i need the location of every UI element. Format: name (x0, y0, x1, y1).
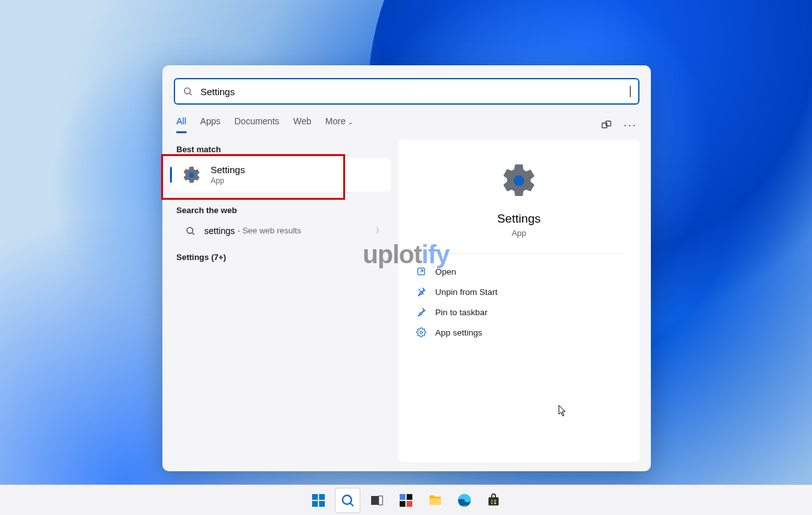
taskbar-taskview-button[interactable] (364, 488, 390, 513)
svg-line-15 (350, 503, 353, 506)
action-label: Pin to taskbar (435, 308, 488, 317)
section-settings-more: Settings (7+) (174, 247, 391, 266)
svg-rect-26 (491, 502, 493, 504)
svg-point-5 (187, 227, 193, 233)
web-result-suffix: - See web results (237, 226, 301, 235)
section-search-web: Search the web (174, 200, 391, 219)
svg-rect-13 (319, 501, 325, 507)
svg-rect-10 (312, 494, 318, 500)
search-icon (340, 493, 355, 508)
svg-line-1 (190, 93, 192, 95)
svg-rect-18 (400, 494, 405, 500)
share-icon[interactable] (601, 119, 612, 131)
svg-point-4 (189, 172, 195, 178)
svg-rect-20 (400, 501, 405, 507)
start-button[interactable] (306, 488, 331, 513)
tab-apps[interactable]: Apps (200, 116, 221, 133)
best-match-subtitle: App (211, 176, 245, 185)
search-input[interactable] (200, 86, 634, 97)
taskbar-explorer-button[interactable] (422, 488, 448, 513)
action-app-settings[interactable]: App settings (412, 322, 625, 342)
tab-more[interactable]: More⌄ (325, 116, 353, 133)
action-pin-taskbar[interactable]: Pin to taskbar (412, 302, 625, 322)
svg-point-7 (513, 175, 524, 186)
store-icon (486, 493, 501, 508)
results-list: Best match Settings App Search the web s… (174, 140, 391, 462)
svg-rect-27 (494, 502, 496, 504)
action-label: Open (435, 267, 456, 277)
pin-icon (416, 307, 426, 317)
taskbar-edge-button[interactable] (452, 488, 477, 513)
windows-icon (311, 493, 326, 508)
tab-documents[interactable]: Documents (234, 116, 279, 133)
svg-rect-12 (312, 501, 318, 507)
taskview-icon (369, 493, 384, 508)
taskbar (0, 485, 812, 515)
detail-pane: Settings App Open Unpin from Start Pin t… (398, 140, 639, 462)
tab-web[interactable]: Web (293, 116, 311, 133)
open-icon (416, 266, 426, 277)
svg-rect-19 (407, 494, 412, 500)
folder-icon (428, 493, 443, 508)
action-label: App settings (435, 328, 482, 337)
svg-point-9 (420, 331, 422, 334)
edge-icon (457, 493, 472, 508)
taskbar-widgets-button[interactable] (393, 488, 419, 513)
web-result-item[interactable]: settings - See web results 〉 (174, 219, 391, 242)
taskbar-search-button[interactable] (335, 488, 360, 513)
text-caret (630, 86, 631, 97)
svg-rect-11 (319, 494, 325, 500)
svg-rect-25 (494, 500, 496, 502)
svg-rect-16 (371, 496, 379, 505)
gear-icon (181, 165, 202, 185)
start-search-panel: All Apps Documents Web More⌄ ··· Best ma… (162, 65, 651, 471)
detail-subtitle: App (511, 228, 526, 238)
section-best-match: Best match (174, 140, 391, 158)
widgets-icon (398, 493, 414, 508)
svg-rect-24 (491, 500, 493, 502)
unpin-icon (416, 287, 426, 297)
web-result-term: settings (204, 226, 235, 236)
more-options-icon[interactable]: ··· (624, 119, 637, 131)
gear-icon (499, 161, 539, 200)
action-unpin-start[interactable]: Unpin from Start (412, 282, 625, 302)
best-match-item[interactable]: Settings App (170, 158, 391, 192)
action-label: Unpin from Start (435, 287, 497, 297)
search-box[interactable] (174, 78, 639, 105)
detail-title: Settings (497, 212, 541, 226)
action-open[interactable]: Open (412, 261, 625, 282)
taskbar-store-button[interactable] (481, 488, 506, 513)
search-icon (183, 86, 193, 96)
svg-line-6 (192, 233, 194, 235)
svg-rect-23 (488, 497, 499, 505)
svg-point-14 (343, 495, 351, 504)
best-match-title: Settings (211, 164, 245, 175)
filter-tabs: All Apps Documents Web More⌄ ··· (174, 116, 639, 133)
divider (412, 253, 625, 254)
chevron-right-icon: 〉 (376, 225, 383, 236)
svg-rect-21 (407, 501, 412, 507)
tab-all[interactable]: All (176, 116, 187, 133)
chevron-down-icon: ⌄ (348, 118, 353, 126)
svg-point-0 (185, 88, 190, 94)
search-icon (185, 226, 195, 236)
gear-icon (416, 327, 426, 337)
svg-rect-17 (379, 496, 383, 505)
